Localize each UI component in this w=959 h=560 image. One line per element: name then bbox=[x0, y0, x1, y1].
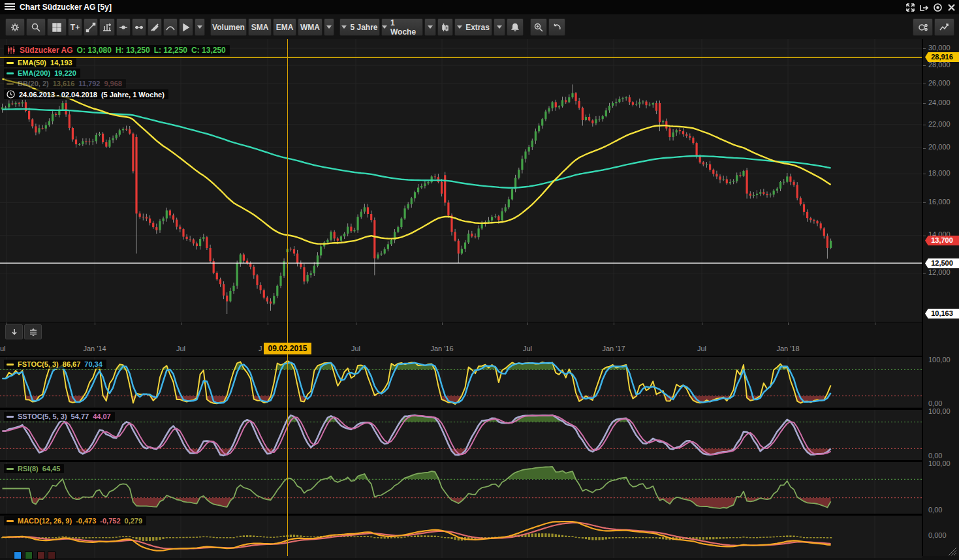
panel-toggle-red1[interactable] bbox=[37, 552, 45, 559]
fstoc-swatch bbox=[7, 364, 14, 366]
sstoc-panel[interactable] bbox=[0, 408, 922, 461]
ohlc-open: O: 13,080 bbox=[77, 46, 112, 55]
collapse-panel-button[interactable] bbox=[5, 324, 23, 339]
panel-toggle-blue[interactable] bbox=[14, 552, 22, 559]
bb-legend[interactable]: BB(20, 2) 13,616 11,792 9,968 bbox=[4, 79, 126, 88]
bb-upper: 13,616 bbox=[53, 80, 75, 87]
fstoc-value-k: 86,67 bbox=[63, 360, 81, 368]
interval-dropdown[interactable] bbox=[424, 18, 436, 36]
maximize-icon[interactable] bbox=[905, 2, 916, 13]
panel-toggle-green[interactable] bbox=[25, 552, 33, 559]
macd-axis-zero: 0,000 bbox=[928, 531, 947, 539]
fibonacci-tool-button[interactable] bbox=[99, 18, 115, 36]
rsi-value: 64,45 bbox=[42, 465, 61, 473]
ohlc-close: C: 13,250 bbox=[191, 46, 226, 55]
bell-icon-button[interactable] bbox=[507, 18, 524, 36]
draw-tools-dropdown[interactable] bbox=[195, 18, 205, 36]
sstoc-value-d: 44,07 bbox=[93, 412, 111, 420]
layout-grid-icon-button[interactable] bbox=[47, 18, 67, 36]
symbol-name: Südzucker AG bbox=[20, 46, 73, 55]
titlebar: Chart Südzucker AG [5y] bbox=[0, 0, 959, 14]
horizontal-line-tool-button[interactable] bbox=[116, 18, 131, 36]
range-detail-text: (5 Jahre, 1 Woche) bbox=[101, 91, 165, 99]
text-tool-button[interactable]: T+ bbox=[68, 18, 82, 36]
y-label: 12,000 bbox=[928, 268, 951, 276]
indicator-dropdown[interactable] bbox=[324, 18, 334, 36]
bb-swatch bbox=[7, 83, 14, 85]
rsi-legend[interactable]: RSI(8) 64,45 bbox=[4, 464, 64, 473]
bubbles-icon-button[interactable] bbox=[913, 18, 933, 36]
x-label: Jan '17 bbox=[602, 345, 625, 352]
sstoc-axis-top: 100,00 bbox=[928, 407, 951, 415]
x-label: Jul bbox=[697, 345, 706, 352]
resize-handle[interactable] bbox=[948, 547, 957, 556]
zoom-in-icon-button[interactable] bbox=[530, 18, 547, 36]
crosshair-date-tag: 09.02.2015 bbox=[264, 343, 311, 354]
export-icon[interactable] bbox=[919, 2, 930, 13]
rsi-label: RSI(8) bbox=[18, 465, 39, 473]
search-icon-button[interactable] bbox=[26, 18, 46, 36]
ema200-label: EMA(200) bbox=[18, 69, 50, 77]
extras-select[interactable]: Extras bbox=[454, 18, 492, 36]
y-label: 30,000 bbox=[928, 44, 951, 52]
macd-signal-value: -0,752 bbox=[100, 517, 120, 525]
sstoc-legend[interactable]: SSTOC(5, 5, 3) 54,77 44,07 bbox=[4, 412, 115, 421]
bb-label: BB(20, 2) bbox=[18, 80, 49, 87]
sstoc-label: SSTOC(5, 5, 3) bbox=[18, 412, 67, 420]
trendline-tool-button[interactable] bbox=[84, 18, 98, 36]
rsi-swatch bbox=[7, 468, 14, 470]
macd-value: -0,473 bbox=[76, 517, 96, 525]
extras-dropdown[interactable] bbox=[494, 18, 505, 36]
x-axis: ul Jan '14 Jul J Jul Jan '16 Jul Jan '17… bbox=[0, 322, 922, 356]
volumen-button[interactable]: Volumen bbox=[210, 18, 247, 36]
arrow-tool-button[interactable] bbox=[179, 18, 193, 36]
ohlc-low: L: 12,250 bbox=[154, 46, 187, 55]
interval-select[interactable]: 1 Woche bbox=[381, 18, 423, 36]
window-title: Chart Südzucker AG [5y] bbox=[20, 3, 112, 12]
candle-style-button[interactable] bbox=[437, 18, 453, 36]
y-label: 26,000 bbox=[928, 79, 951, 87]
menu-icon[interactable] bbox=[5, 3, 15, 11]
y-label: 22,000 bbox=[928, 120, 951, 128]
macd-swatch bbox=[7, 520, 14, 522]
bb-lower: 9,968 bbox=[104, 80, 122, 87]
price-chart[interactable] bbox=[0, 39, 922, 322]
eraser-tool-button[interactable] bbox=[148, 18, 162, 36]
ema50-legend[interactable]: EMA(50) 14,193 bbox=[4, 58, 76, 67]
trend-icon-button[interactable] bbox=[934, 18, 954, 36]
sma-button[interactable]: SMA bbox=[248, 18, 272, 36]
ema-button[interactable]: EMA bbox=[273, 18, 296, 36]
x-label: Jul bbox=[351, 345, 360, 352]
gear-icon-button[interactable] bbox=[5, 18, 25, 36]
panel-order-button[interactable] bbox=[24, 324, 42, 339]
period-select[interactable]: 5 Jahre bbox=[339, 18, 380, 36]
clock-icon bbox=[7, 90, 15, 99]
sstoc-axis-bottom: 0,00 bbox=[928, 452, 942, 459]
fstoc-panel[interactable] bbox=[0, 356, 922, 407]
x-label: ul bbox=[0, 345, 6, 352]
macd-legend[interactable]: MACD(12, 26, 9) -0,473 -0,752 0,279 bbox=[4, 516, 146, 525]
x-label: J bbox=[259, 345, 262, 352]
symbol-legend[interactable]: Südzucker AG O: 13,080 H: 13,250 L: 12,2… bbox=[4, 45, 230, 55]
close-icon[interactable] bbox=[946, 2, 957, 13]
target-icon[interactable] bbox=[932, 2, 943, 13]
ema200-legend[interactable]: EMA(200) 19,220 bbox=[4, 69, 80, 78]
range-text: 24.06.2013 - 02.04.2018 bbox=[19, 91, 97, 99]
segment-line-tool-button[interactable] bbox=[132, 18, 146, 36]
panel-toggle-red2[interactable] bbox=[48, 552, 55, 559]
ema50-value: 14,193 bbox=[50, 59, 72, 67]
sstoc-value-k: 54,77 bbox=[71, 412, 89, 420]
y-label: 24,000 bbox=[928, 99, 951, 106]
x-label: Jul bbox=[176, 345, 185, 352]
wma-button[interactable]: WMA bbox=[298, 18, 322, 36]
arc-tool-button[interactable] bbox=[163, 18, 178, 36]
alert-price-tag: 28,916 bbox=[925, 52, 959, 62]
fstoc-axis-bottom: 0,00 bbox=[928, 399, 942, 407]
candles-icon bbox=[7, 46, 16, 55]
undo-icon-button[interactable] bbox=[548, 18, 565, 36]
rsi-panel[interactable] bbox=[0, 460, 922, 514]
fstoc-legend[interactable]: FSTOC(5, 3) 86,67 70,34 bbox=[4, 360, 106, 369]
price-axis[interactable]: 30,000 28,000 26,000 24,000 22,000 20,00… bbox=[922, 39, 959, 556]
x-label: Jan '18 bbox=[776, 345, 799, 352]
crosshair-vline bbox=[287, 39, 288, 556]
